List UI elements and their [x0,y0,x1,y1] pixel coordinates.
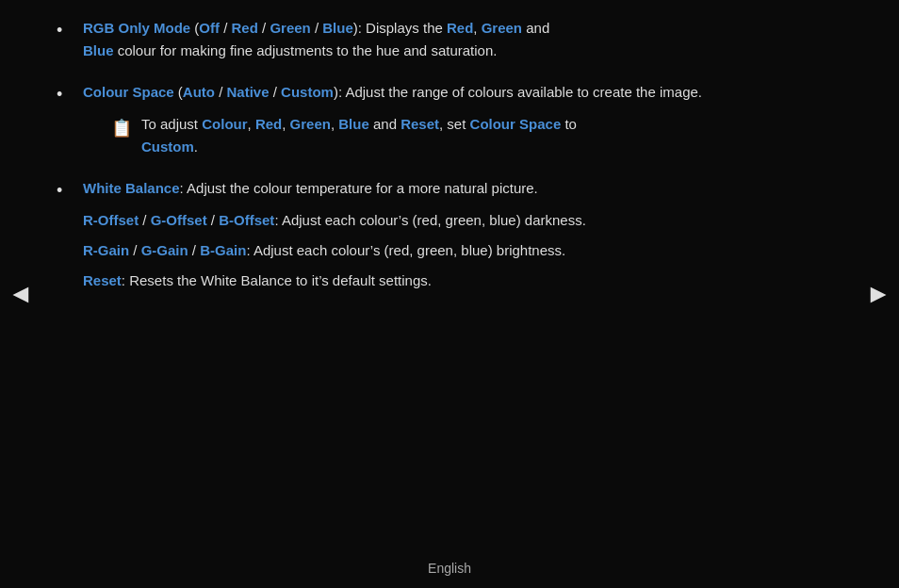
r-gain: R-Gain [83,242,129,258]
colour-space-label: Colour Space [83,84,174,100]
cs-custom: Custom [281,84,334,100]
rgb-green: Green [270,20,310,36]
note-green: Green [290,116,331,132]
white-balance-text: White Balance: Adjust the colour tempera… [83,177,792,200]
offset-slash1: / [139,212,151,228]
cs-auto: Auto [183,84,215,100]
white-balance-label: White Balance [83,180,180,196]
main-content: RGB Only Mode (Off / Red / Green / Blue)… [0,0,848,368]
gain-slash1: / [129,242,141,258]
nav-prev-button[interactable]: ◄ [0,264,41,325]
list-item-white-balance: White Balance: Adjust the colour tempera… [57,177,792,292]
gain-text: R-Gain / G-Gain / B-Gain: Adjust each co… [83,239,792,262]
note-blue: Blue [338,116,369,132]
g-offset: G-Offset [151,212,207,228]
white-balance-subitems: R-Offset / G-Offset / B-Offset: Adjust e… [83,209,792,292]
nav-next-button[interactable]: ► [858,264,899,325]
cs-slash1: / [215,84,227,100]
rgb-slash1: / [220,20,232,36]
rgb-blue2: Blue [83,42,114,58]
gain-desc: : Adjust each colour’s (red, green, blue… [246,242,565,258]
language-label: English [428,561,471,576]
rgb-mode-label: RGB Only Mode [83,20,190,36]
wb-desc: : Adjust the colour temperature for a mo… [180,180,538,196]
rgb-slash2: / [258,20,270,36]
rgb-green2: Green [482,20,522,36]
rgb-and: and [522,20,549,36]
offset-desc: : Adjust each colour’s (red, green, blue… [274,212,585,228]
g-gain: G-Gain [141,242,188,258]
note-custom: Custom [141,139,194,155]
r-offset: R-Offset [83,212,139,228]
rgb-red2: Red [447,20,473,36]
rgb-desc: colour for making fine adjustments to th… [114,42,498,58]
note-colour-space: Colour Space [470,116,562,132]
note-text: To adjust Colour, Red, Green, Blue and R… [141,113,577,158]
b-gain: B-Gain [200,242,246,258]
note-red: Red [255,116,282,132]
rgb-comma: , [473,20,481,36]
cs-native: Native [227,84,270,100]
reset-desc: : Resets the White Balance to it’s defau… [122,272,432,288]
left-arrow-icon: ◄ [8,279,34,308]
rgb-blue: Blue [322,20,353,36]
cs-desc: ): Adjust the range of colours available… [334,84,702,100]
note-block: 📋 To adjust Colour, Red, Green, Blue and… [83,113,792,158]
rgb-red: Red [232,20,258,36]
offset-slash2: / [207,212,220,228]
rgb-paren-close: ): Displays the [353,20,447,36]
reset-text: Reset: Resets the White Balance to it’s … [83,270,792,292]
b-offset: B-Offset [219,212,274,228]
note-reset: Reset [400,116,439,132]
rgb-off: Off [199,20,220,36]
offset-text: R-Offset / G-Offset / B-Offset: Adjust e… [83,209,792,232]
note-period: . [194,139,198,155]
feature-list: RGB Only Mode (Off / Red / Green / Blue)… [57,17,792,292]
gain-slash2: / [188,242,201,258]
colour-space-text: Colour Space (Auto / Native / Custom): A… [83,81,792,104]
footer-language: English [428,558,471,579]
list-item-rgb: RGB Only Mode (Off / Red / Green / Blue)… [57,17,792,62]
reset-label: Reset [83,272,122,288]
rgb-mode-text: RGB Only Mode (Off / Red / Green / Blue)… [83,17,792,62]
note-colour: Colour [202,116,247,132]
cs-slash2: / [270,84,282,100]
rgb-slash3: / [311,20,323,36]
list-item-colour-space: Colour Space (Auto / Native / Custom): A… [57,81,792,158]
right-arrow-icon: ► [865,279,891,308]
note-icon: 📋 [111,115,132,142]
